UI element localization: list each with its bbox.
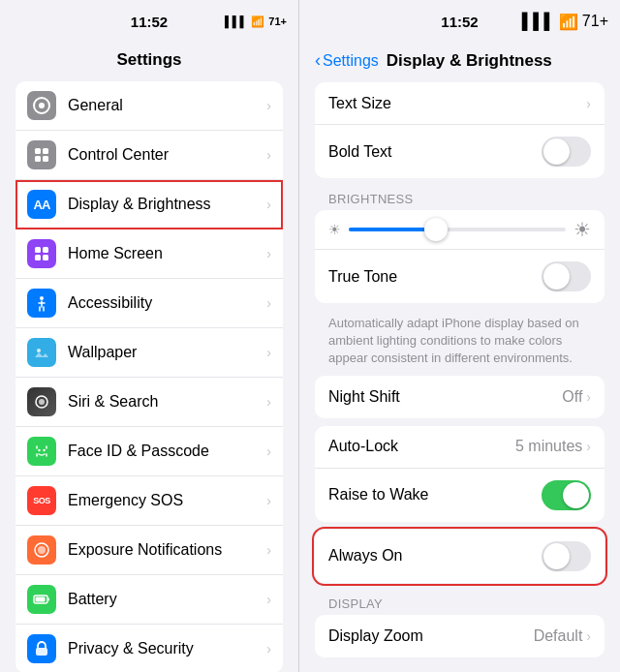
sidebar-item-emergency[interactable]: SOS Emergency SOS › xyxy=(16,476,283,526)
true-tone-item: True Tone xyxy=(315,250,604,303)
left-status-icons: ▌▌▌ 📶 71+ xyxy=(225,15,287,28)
left-panel: 11:52 ▌▌▌ 📶 71+ Settings General › xyxy=(0,0,298,672)
text-size-group: Text Size › Bold Text xyxy=(315,82,604,178)
svg-point-16 xyxy=(38,449,40,451)
display-zoom-label: Display Zoom xyxy=(328,627,534,645)
bold-text-toggle[interactable] xyxy=(542,137,591,167)
right-status-icons: ▌▌▌ 📶 71+ xyxy=(522,13,608,31)
sidebar-item-accessibility[interactable]: Accessibility › xyxy=(16,279,283,328)
always-on-label: Always On xyxy=(328,547,542,565)
siri-icon xyxy=(27,387,56,416)
sidebar-item-wallpaper[interactable]: Wallpaper › xyxy=(16,328,283,378)
right-panel: 11:52 ▌▌▌ 📶 71+ ‹ Settings Display & Bri… xyxy=(298,0,620,672)
control-center-icon xyxy=(27,140,56,169)
always-on-toggle[interactable] xyxy=(542,541,591,571)
display-zoom-footer: Choose a view for iPhone. Larger Text sh… xyxy=(299,665,620,672)
brightness-slider[interactable] xyxy=(349,228,566,231)
wifi-icon: 📶 xyxy=(251,15,264,28)
sidebar-item-control-center[interactable]: Control Center › xyxy=(16,131,283,180)
accessibility-icon xyxy=(27,289,56,318)
toggle-thumb xyxy=(543,263,570,290)
svg-point-10 xyxy=(40,296,44,300)
svg-rect-2 xyxy=(35,148,41,154)
sidebar-item-control-label: Control Center xyxy=(68,146,263,164)
privacy-icon xyxy=(27,634,56,663)
right-header: ‹ Settings Display & Brightness xyxy=(299,43,620,82)
right-content: Text Size › Bold Text BRIGHTNESS ☀ ☀ xyxy=(299,82,620,672)
chevron-icon: › xyxy=(266,197,271,212)
svg-rect-11 xyxy=(33,344,50,361)
sidebar-item-exposure[interactable]: Exposure Notifications › xyxy=(16,526,283,575)
right-title: Display & Brightness xyxy=(387,51,552,71)
raise-to-wake-toggle[interactable] xyxy=(542,480,591,510)
svg-point-1 xyxy=(39,103,45,108)
chevron-icon: › xyxy=(266,542,271,558)
auto-lock-value: 5 minutes xyxy=(515,438,582,455)
display-section-header: DISPLAY xyxy=(299,591,620,615)
auto-lock-item[interactable]: Auto-Lock 5 minutes › xyxy=(315,426,604,469)
toggle-thumb xyxy=(563,482,589,508)
svg-rect-23 xyxy=(36,648,47,656)
right-wifi-icon: 📶 xyxy=(559,13,578,31)
always-on-group: Always On xyxy=(315,530,604,583)
sidebar-item-siri[interactable]: Siri & Search › xyxy=(16,378,283,427)
right-signal-icon: ▌▌▌ xyxy=(522,13,555,30)
bold-text-label: Bold Text xyxy=(328,143,542,161)
sidebar-item-general-label: General xyxy=(68,97,263,114)
night-shift-item[interactable]: Night Shift Off › xyxy=(315,376,604,418)
svg-rect-6 xyxy=(35,247,41,253)
sidebar-item-battery[interactable]: Battery › xyxy=(16,575,283,625)
chevron-icon: › xyxy=(266,345,271,360)
brightness-row[interactable]: ☀ ☀ xyxy=(315,210,604,250)
chevron-icon: › xyxy=(266,641,271,657)
display-zoom-item[interactable]: Display Zoom Default › xyxy=(315,615,604,657)
brightness-thumb[interactable] xyxy=(424,218,448,241)
night-shift-value: Off xyxy=(562,388,582,406)
toggle-thumb xyxy=(543,543,570,569)
sidebar-item-general[interactable]: General › xyxy=(16,81,283,131)
svg-point-18 xyxy=(38,546,46,554)
text-size-item[interactable]: Text Size › xyxy=(315,82,604,125)
sun-small-icon: ☀ xyxy=(328,222,341,237)
chevron-icon: › xyxy=(266,443,271,459)
left-time: 11:52 xyxy=(131,14,168,30)
back-button[interactable]: ‹ Settings xyxy=(315,50,379,71)
always-on-item: Always On xyxy=(315,530,604,583)
brightness-fill xyxy=(349,228,436,231)
chevron-icon: › xyxy=(266,98,271,113)
true-tone-footer: Automatically adapt iPhone display based… xyxy=(299,311,620,376)
sidebar-item-home-label: Home Screen xyxy=(68,245,263,262)
svg-point-12 xyxy=(37,349,41,352)
right-status-bar: 11:52 ▌▌▌ 📶 71+ xyxy=(299,0,620,43)
display-icon: AA xyxy=(27,190,56,219)
sidebar-item-privacy-label: Privacy & Security xyxy=(68,640,263,657)
auto-lock-label: Auto-Lock xyxy=(328,438,515,455)
left-title: Settings xyxy=(0,43,298,81)
svg-rect-22 xyxy=(36,597,46,602)
true-tone-toggle[interactable] xyxy=(542,261,591,291)
svg-point-17 xyxy=(43,449,45,451)
sidebar-item-privacy[interactable]: Privacy & Security › xyxy=(16,625,283,672)
sidebar-item-display[interactable]: AA Display & Brightness › xyxy=(16,180,283,229)
general-icon xyxy=(27,91,56,120)
sun-large-icon: ☀ xyxy=(574,218,591,241)
sidebar-item-accessibility-label: Accessibility xyxy=(68,294,263,312)
sidebar-item-siri-label: Siri & Search xyxy=(68,393,263,411)
sidebar-item-faceid[interactable]: Face ID & Passcode › xyxy=(16,427,283,476)
display-zoom-group: Display Zoom Default › xyxy=(315,615,604,657)
sidebar-item-battery-label: Battery xyxy=(68,591,263,608)
brightness-group: ☀ ☀ True Tone xyxy=(315,210,604,303)
exposure-icon xyxy=(27,535,56,565)
bold-text-item: Bold Text xyxy=(315,125,604,178)
svg-rect-7 xyxy=(43,247,48,253)
svg-point-14 xyxy=(39,399,45,405)
raise-to-wake-item: Raise to Wake xyxy=(315,469,604,522)
svg-rect-15 xyxy=(33,443,50,460)
text-size-label: Text Size xyxy=(328,95,586,112)
left-status-bar: 11:52 ▌▌▌ 📶 71+ xyxy=(0,0,298,43)
true-tone-label: True Tone xyxy=(328,268,542,286)
signal-icon: ▌▌▌ xyxy=(225,15,247,27)
svg-rect-3 xyxy=(43,148,48,154)
back-label: Settings xyxy=(323,52,379,70)
sidebar-item-home[interactable]: Home Screen › xyxy=(16,229,283,279)
